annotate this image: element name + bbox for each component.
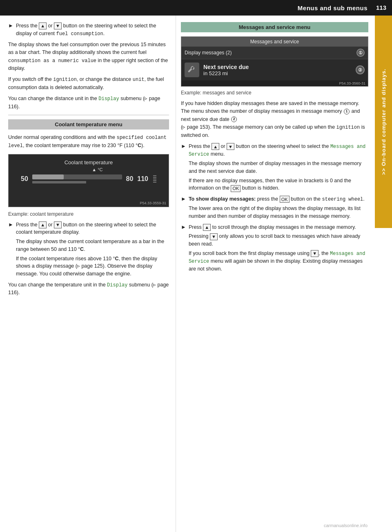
- side-tab: >> On-board computer and displays.: [375, 16, 392, 228]
- btn-up-scroll: ▲: [203, 224, 211, 231]
- btn-down-scroll-2: ▼: [311, 250, 318, 257]
- para-messages-1: If you have hidden display messages thes…: [181, 100, 368, 139]
- coolant-footer: You can change the temperature unit in t…: [8, 281, 169, 297]
- msg-circle-2: ②: [356, 65, 365, 74]
- link-display-2: Display: [107, 282, 127, 288]
- btn-ok-2: OK: [280, 196, 290, 203]
- msg-row-display: Display messages (2) ①: [181, 47, 368, 59]
- left-column: ► Press the ▲ or ▼ button on the steer­i…: [0, 16, 176, 532]
- bullet-arrow-msg: ►: [181, 143, 186, 149]
- bullet-arrow-show: ►: [181, 196, 186, 202]
- page-number: 113: [376, 4, 386, 11]
- link-display-1: Dis­play: [98, 96, 119, 102]
- btn-down-scroll: ▼: [210, 233, 218, 240]
- bullet-arrow-scroll: ►: [181, 224, 186, 230]
- bullet-scroll-up: ► Press ▲ to scroll through the display …: [181, 224, 368, 273]
- wrench-icon: [185, 63, 199, 77]
- circle-num-2: 2: [231, 116, 237, 122]
- side-tab-label: >> On-board computer and displays.: [381, 69, 387, 175]
- coolant-display-title: Coolant temperature: [13, 159, 165, 165]
- coolant-needle: ▲ °C: [13, 167, 165, 172]
- bullet-item-fuel-select: ► Press the ▲ or ▼ button on the steer­i…: [8, 22, 169, 38]
- msg-service-text: Next service due: [203, 64, 249, 70]
- right-column: Messages and service menu Messages and s…: [176, 16, 375, 532]
- para-fuel-3: You can change the distance unit in the …: [8, 95, 169, 111]
- bullet-text-show-messages: To show display messages: press the OK b…: [189, 195, 368, 220]
- btn-down-coolant: ▼: [54, 221, 62, 228]
- header-bar: Menus and sub menus: [0, 0, 392, 16]
- bullet-arrow-coolant: ►: [8, 221, 13, 228]
- watermark: carmanualsonline.info: [324, 523, 368, 528]
- btn-down-msg: ▼: [227, 143, 234, 150]
- msg-circle-1: ①: [356, 49, 365, 57]
- btn-down-1: ▼: [54, 22, 62, 29]
- header-title: Menus and sub menus: [298, 4, 368, 11]
- messages-caption: Example: messages and service: [181, 90, 368, 96]
- bullet-text-scroll: Press ▲ to scroll through the display me…: [189, 224, 368, 273]
- msg-photo-ref: P54.33-3560-31: [181, 80, 368, 86]
- link-msg-service-2: Messages and Service: [189, 251, 365, 264]
- bullet-text-msg-select: Press the ▲ or ▼ button on the steer­ing…: [189, 143, 368, 192]
- coolant-section-header: Coolant temperature menu: [8, 119, 169, 130]
- main-content: ► Press the ▲ or ▼ button on the steer­i…: [0, 16, 375, 532]
- coolant-photo-ref: P54.33-3559-31: [140, 201, 166, 205]
- bullet-show-messages: ► To show display messages: press the OK…: [181, 195, 368, 220]
- btn-up-msg: ▲: [212, 143, 219, 150]
- coolant-num-110: 110: [137, 175, 148, 183]
- bullet-msg-select: ► Press the ▲ or ▼ button on the steer­i…: [181, 143, 368, 192]
- circle-num-1: 1: [344, 109, 350, 114]
- coolant-caption: Example: coolant temperature: [8, 211, 169, 217]
- msg-service-row: Next service due in 5223 mi ②: [181, 59, 368, 80]
- bullet-coolant-select: ► Press the ▲ or ▼ button on the steer­i…: [8, 221, 169, 278]
- msg-service-sub: in 5223 mi: [203, 70, 249, 76]
- btn-ok-1: OK: [231, 185, 241, 192]
- messages-section-header: Messages and service menu: [181, 22, 368, 32]
- para-fuel-2: If you switch off the ignition, or chang…: [8, 76, 169, 92]
- divider-1: [8, 115, 169, 115]
- btn-up-1: ▲: [39, 22, 47, 29]
- bullet-arrow-1: ►: [8, 22, 13, 29]
- btn-up-coolant: ▲: [39, 221, 47, 228]
- coolant-num-50: 50: [21, 175, 28, 183]
- bullet-text-fuel-select: Press the ▲ or ▼ button on the steer­ing…: [16, 22, 169, 38]
- coolant-num-80: 80: [126, 175, 134, 183]
- para-fuel-1: The display shows the fuel consumption o…: [8, 41, 169, 73]
- msg-row-text: Display messages (2): [185, 50, 354, 56]
- coolant-display-image: Coolant temperature ▲ °C 50 80 110: [8, 154, 169, 207]
- messages-display-image: Messages and service Display messages (2…: [181, 36, 368, 87]
- msg-top-bar: Messages and service: [181, 37, 368, 47]
- bullet-text-coolant-select: Press the ▲ or ▼ button on the steer­ing…: [16, 221, 169, 278]
- coolant-intro: Under normal operating conditions and wi…: [8, 134, 169, 150]
